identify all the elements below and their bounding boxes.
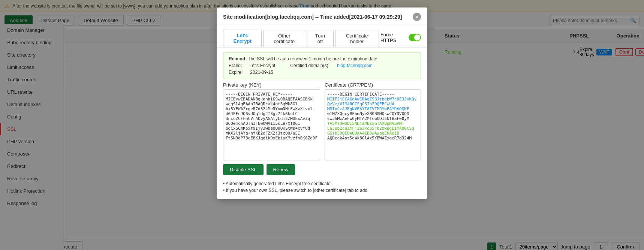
remind-text-row: Remind: The SSL will be auto renewed 1 m… (229, 56, 415, 61)
remind-box: Remind: The SSL will be auto renewed 1 m… (223, 52, 421, 79)
modal-overlay: Site modification[blog.facebqq.com] -- T… (0, 0, 644, 250)
force-https-area: Force HTTPS (380, 32, 421, 45)
tab-turn-off[interactable]: Turn off (307, 30, 333, 47)
tab-certificate-holder[interactable]: Certificate holder (335, 30, 379, 47)
note-2: If you have your own SSL, please switch … (223, 188, 421, 193)
disable-ssl-button[interactable]: Disable SSL (223, 164, 264, 175)
remind-text: The SSL will be auto renewed 1 month bef… (248, 56, 377, 61)
expire-value: 2021-09-15 (250, 70, 273, 75)
private-key-wrap: -----BEGIN PRIVATE KEY----- MIIEvwIBADAN… (223, 89, 320, 160)
brand-label: Brand: (229, 63, 242, 68)
brand-row: Brand: Let's Encrypt Certified domain(s)… (229, 63, 415, 68)
ssl-modal: Site modification[blog.facebqq.com] -- T… (217, 7, 427, 199)
cert-columns: Private key (KEY) -----BEGIN PRIVATE KEY… (217, 82, 427, 164)
brand-value: Let's Encrypt (249, 63, 275, 68)
modal-close-button[interactable]: ✕ (413, 13, 421, 21)
private-key-label: Private key (KEY) (223, 82, 320, 88)
certificate-wrap: -----BEGIN CERTIFICATE----- MIIFJjCCA6gA… (325, 89, 421, 160)
force-https-toggle[interactable] (409, 34, 421, 41)
certificate-col: Certificate (CRT/PEM) -----BEGIN CERTIFI… (325, 82, 421, 160)
remind-label: Remind: (229, 56, 248, 61)
modal-actions: Disable SSL Renew (217, 164, 427, 179)
force-https-label: Force HTTPS (380, 32, 406, 43)
private-key-textarea[interactable]: -----BEGIN PRIVATE KEY----- MIIEvwIBADAN… (223, 90, 320, 160)
certified-label: Certified domain(s): (290, 63, 329, 68)
certificate-label: Certificate (CRT/PEM) (325, 82, 421, 88)
expire-row: Expire: 2021-09-15 (229, 70, 415, 75)
private-key-col: Private key (KEY) -----BEGIN PRIVATE KEY… (223, 82, 320, 160)
certified-domain: blog.facebqq.com (337, 63, 373, 68)
tab-lets-encrypt[interactable]: Let's Encrypt (223, 30, 262, 47)
certificate-textarea[interactable]: -----BEGIN CERTIFICATE----- MIIFJjCCA6gA… (325, 90, 421, 160)
renew-button[interactable]: Renew (267, 164, 295, 175)
modal-notes: Automatically generated Let's Encrypt fr… (217, 179, 427, 199)
modal-tabs: Let's Encrypt Other certificate Turn off… (217, 25, 427, 48)
modal-title: Site modification[blog.facebqq.com] -- T… (223, 14, 402, 20)
tab-other-certificate[interactable]: Other certificate (263, 30, 305, 47)
expire-label: Expire: (229, 70, 243, 75)
modal-title-bar: Site modification[blog.facebqq.com] -- T… (217, 7, 427, 25)
note-1: Automatically generated Let's Encrypt fr… (223, 181, 421, 186)
